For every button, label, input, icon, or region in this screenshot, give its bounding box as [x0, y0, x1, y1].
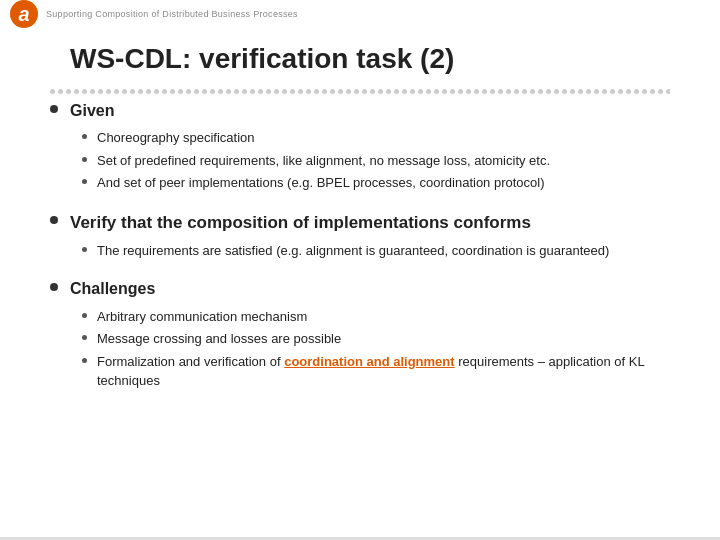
sub-text-given-1: Choreography specification	[97, 128, 255, 148]
bullet-icon-challenges	[50, 283, 58, 291]
divider-dot	[50, 89, 55, 94]
divider-dot	[98, 89, 103, 94]
sub-dot-challenges-2	[82, 335, 87, 340]
divider-dot	[146, 89, 151, 94]
divider-dot	[290, 89, 295, 94]
divider-dot	[402, 89, 407, 94]
main-bullet-given: Given	[50, 100, 670, 122]
section-challenges: Challenges Arbitrary communication mecha…	[50, 278, 670, 390]
sub-dot-given-1	[82, 134, 87, 139]
sub-text-challenges-1: Arbitrary communication mechanism	[97, 307, 307, 327]
section-verify: Verify that the composition of implement…	[50, 211, 670, 260]
divider-dot	[522, 89, 527, 94]
divider-dot	[650, 89, 655, 94]
sub-bullet-given-2: Set of predefined requirements, like ali…	[82, 151, 670, 171]
divider-dot	[266, 89, 271, 94]
divider-dot	[466, 89, 471, 94]
sub-bullets-verify: The requirements are satisfied (e.g. ali…	[82, 241, 670, 261]
sub-dot-challenges-3	[82, 358, 87, 363]
divider-dot	[162, 89, 167, 94]
divider-dot	[426, 89, 431, 94]
divider-dot	[482, 89, 487, 94]
divider-dot	[370, 89, 375, 94]
divider-dot	[218, 89, 223, 94]
divider-dot	[306, 89, 311, 94]
content-area: Given Choreography specification Set of …	[50, 100, 670, 510]
divider-dot	[90, 89, 95, 94]
sub-bullet-challenges-1: Arbitrary communication mechanism	[82, 307, 670, 327]
divider-dot	[354, 89, 359, 94]
divider-dot	[386, 89, 391, 94]
divider-dot	[514, 89, 519, 94]
main-bullet-challenges: Challenges	[50, 278, 670, 300]
divider-dot	[602, 89, 607, 94]
logo-letter: a	[18, 3, 29, 26]
main-bullet-text-given: Given	[70, 100, 114, 122]
dotted-divider	[50, 88, 670, 94]
header-subtitle: Supporting Composition of Distributed Bu…	[46, 9, 298, 19]
divider-dot	[242, 89, 247, 94]
header-bar: a Supporting Composition of Distributed …	[0, 0, 720, 28]
divider-dot	[642, 89, 647, 94]
divider-dot	[474, 89, 479, 94]
divider-dot	[378, 89, 383, 94]
divider-dot	[578, 89, 583, 94]
divider-dot	[618, 89, 623, 94]
divider-dot	[154, 89, 159, 94]
divider-dot	[538, 89, 543, 94]
divider-dot	[554, 89, 559, 94]
sub-dot-given-2	[82, 157, 87, 162]
divider-dot	[138, 89, 143, 94]
divider-dot	[570, 89, 575, 94]
divider-dot	[74, 89, 79, 94]
divider-dot	[562, 89, 567, 94]
divider-dot	[506, 89, 511, 94]
divider-dot	[66, 89, 71, 94]
logo: a	[10, 0, 38, 28]
divider-dot	[362, 89, 367, 94]
divider-dot	[274, 89, 279, 94]
divider-dot	[338, 89, 343, 94]
divider-dot	[610, 89, 615, 94]
divider-dot	[178, 89, 183, 94]
divider-dot	[434, 89, 439, 94]
sub-bullet-given-3: And set of peer implementations (e.g. BP…	[82, 173, 670, 193]
bullet-icon-verify	[50, 216, 58, 224]
sub-bullets-given: Choreography specification Set of predef…	[82, 128, 670, 193]
divider-dot	[250, 89, 255, 94]
divider-dot	[330, 89, 335, 94]
divider-dot	[658, 89, 663, 94]
divider-dot	[226, 89, 231, 94]
divider-dot	[194, 89, 199, 94]
slide-title: WS-CDL: verification task (2)	[70, 43, 454, 75]
sub-bullets-challenges: Arbitrary communication mechanism Messag…	[82, 307, 670, 391]
divider-dot	[210, 89, 215, 94]
divider-dot	[298, 89, 303, 94]
divider-dot	[458, 89, 463, 94]
divider-dot	[282, 89, 287, 94]
divider-dot	[394, 89, 399, 94]
sub-text-given-3: And set of peer implementations (e.g. BP…	[97, 173, 545, 193]
sub-text-challenges-2: Message crossing and losses are possible	[97, 329, 341, 349]
highlight-text: coordination and alignment	[284, 354, 454, 369]
divider-dot	[530, 89, 535, 94]
divider-dot	[594, 89, 599, 94]
divider-dot	[586, 89, 591, 94]
section-given: Given Choreography specification Set of …	[50, 100, 670, 193]
divider-dot	[450, 89, 455, 94]
divider-dot	[202, 89, 207, 94]
divider-dot	[498, 89, 503, 94]
divider-dot	[130, 89, 135, 94]
divider-dot	[114, 89, 119, 94]
bullet-icon-given	[50, 105, 58, 113]
divider-dot	[634, 89, 639, 94]
main-bullet-verify: Verify that the composition of implement…	[50, 211, 670, 235]
divider-dot	[442, 89, 447, 94]
divider-dot	[410, 89, 415, 94]
title-section: WS-CDL: verification task (2)	[0, 28, 720, 90]
divider-dot	[58, 89, 63, 94]
divider-dot	[82, 89, 87, 94]
divider-dot	[626, 89, 631, 94]
sub-text-verify-1: The requirements are satisfied (e.g. ali…	[97, 241, 609, 261]
sub-bullet-given-1: Choreography specification	[82, 128, 670, 148]
